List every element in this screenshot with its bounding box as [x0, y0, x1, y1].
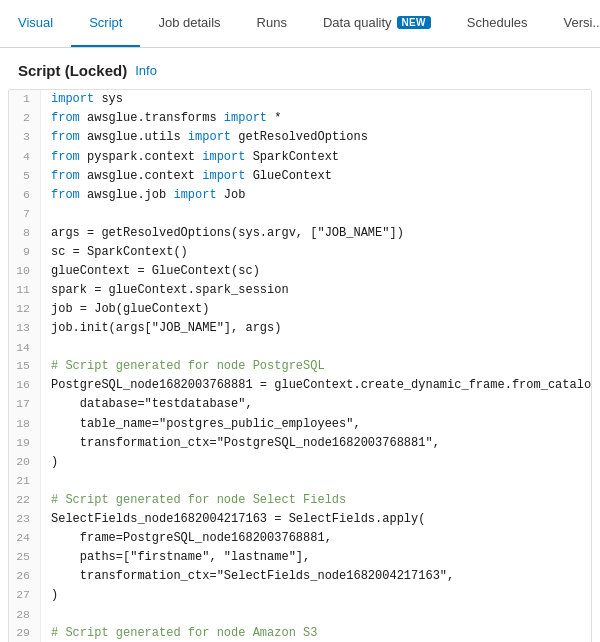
line-content: job.init(args["JOB_NAME"], args) — [41, 319, 592, 338]
code-row: 10glueContext = GlueContext(sc) — [9, 262, 592, 281]
code-row: 5from awsglue.context import GlueContext — [9, 167, 592, 186]
code-lines: 1import sys2from awsglue.transforms impo… — [9, 90, 592, 642]
code-row: 29# Script generated for node Amazon S3 — [9, 624, 592, 642]
tab-schedules[interactable]: Schedules — [449, 0, 546, 47]
code-row: 28 — [9, 606, 592, 624]
line-number: 5 — [9, 167, 41, 186]
tab-data-quality[interactable]: Data quality New — [305, 0, 449, 47]
tab-runs-label: Runs — [257, 15, 287, 30]
tab-bar: Visual Script Job details Runs Data qual… — [0, 0, 600, 48]
code-row: 18 table_name="postgres_public_employees… — [9, 415, 592, 434]
line-content: sc = SparkContext() — [41, 243, 592, 262]
tab-job-details-label: Job details — [158, 15, 220, 30]
line-number: 1 — [9, 90, 41, 109]
line-number: 14 — [9, 339, 41, 357]
info-link[interactable]: Info — [135, 63, 157, 78]
code-row: 8args = getResolvedOptions(sys.argv, ["J… — [9, 224, 592, 243]
tab-schedules-label: Schedules — [467, 15, 528, 30]
code-row: 23SelectFields_node1682004217163 = Selec… — [9, 510, 592, 529]
line-number: 18 — [9, 415, 41, 434]
line-content: from awsglue.utils import getResolvedOpt… — [41, 128, 592, 147]
code-row: 25 paths=["firstname", "lastname"], — [9, 548, 592, 567]
tab-data-quality-label: Data quality — [323, 15, 392, 30]
line-number: 29 — [9, 624, 41, 642]
line-number: 25 — [9, 548, 41, 567]
line-content: from pyspark.context import SparkContext — [41, 148, 592, 167]
line-content: # Script generated for node Amazon S3 — [41, 624, 592, 642]
line-number: 6 — [9, 186, 41, 205]
line-number: 12 — [9, 300, 41, 319]
line-content — [41, 205, 592, 223]
line-number: 17 — [9, 395, 41, 414]
code-row: 7 — [9, 205, 592, 223]
code-row: 3from awsglue.utils import getResolvedOp… — [9, 128, 592, 147]
line-content: # Script generated for node Select Field… — [41, 491, 592, 510]
line-number: 26 — [9, 567, 41, 586]
code-row: 1import sys — [9, 90, 592, 109]
line-content: database="testdatabase", — [41, 395, 592, 414]
code-row: 13job.init(args["JOB_NAME"], args) — [9, 319, 592, 338]
line-content: args = getResolvedOptions(sys.argv, ["JO… — [41, 224, 592, 243]
code-row: 14 — [9, 339, 592, 357]
line-content: from awsglue.transforms import * — [41, 109, 592, 128]
line-content: paths=["firstname", "lastname"], — [41, 548, 592, 567]
line-content: frame=PostgreSQL_node1682003768881, — [41, 529, 592, 548]
line-number: 15 — [9, 357, 41, 376]
tab-script-label: Script — [89, 15, 122, 30]
line-content: job = Job(glueContext) — [41, 300, 592, 319]
code-row: 16PostgreSQL_node1682003768881 = glueCon… — [9, 376, 592, 395]
code-row: 27) — [9, 586, 592, 605]
code-row: 21 — [9, 472, 592, 490]
code-row: 4from pyspark.context import SparkContex… — [9, 148, 592, 167]
line-content: PostgreSQL_node1682003768881 = glueConte… — [41, 376, 592, 395]
line-number: 22 — [9, 491, 41, 510]
line-number: 28 — [9, 606, 41, 624]
script-title: Script (Locked) — [18, 62, 127, 79]
line-number: 9 — [9, 243, 41, 262]
line-number: 19 — [9, 434, 41, 453]
line-number: 8 — [9, 224, 41, 243]
tab-version[interactable]: Versi... — [546, 0, 600, 47]
tab-script[interactable]: Script — [71, 0, 140, 47]
code-row: 19 transformation_ctx="PostgreSQL_node16… — [9, 434, 592, 453]
line-number: 24 — [9, 529, 41, 548]
line-number: 7 — [9, 205, 41, 223]
code-row: 17 database="testdatabase", — [9, 395, 592, 414]
line-number: 16 — [9, 376, 41, 395]
line-number: 2 — [9, 109, 41, 128]
script-header: Script (Locked) Info — [0, 48, 600, 89]
code-row: 22# Script generated for node Select Fie… — [9, 491, 592, 510]
line-content: transformation_ctx="SelectFields_node168… — [41, 567, 592, 586]
code-row: 26 transformation_ctx="SelectFields_node… — [9, 567, 592, 586]
line-content: import sys — [41, 90, 592, 109]
line-number: 11 — [9, 281, 41, 300]
code-row: 24 frame=PostgreSQL_node1682003768881, — [9, 529, 592, 548]
code-row: 9sc = SparkContext() — [9, 243, 592, 262]
tab-runs[interactable]: Runs — [239, 0, 305, 47]
line-number: 21 — [9, 472, 41, 490]
tab-visual[interactable]: Visual — [0, 0, 71, 47]
code-row: 6from awsglue.job import Job — [9, 186, 592, 205]
line-content: ) — [41, 453, 592, 472]
code-row: 12job = Job(glueContext) — [9, 300, 592, 319]
line-number: 27 — [9, 586, 41, 605]
tab-version-label: Versi... — [564, 15, 600, 30]
line-content: ) — [41, 586, 592, 605]
tab-job-details[interactable]: Job details — [140, 0, 238, 47]
line-content: spark = glueContext.spark_session — [41, 281, 592, 300]
line-number: 20 — [9, 453, 41, 472]
line-number: 4 — [9, 148, 41, 167]
line-content: SelectFields_node1682004217163 = SelectF… — [41, 510, 592, 529]
line-number: 13 — [9, 319, 41, 338]
code-row: 15# Script generated for node PostgreSQL — [9, 357, 592, 376]
line-number: 23 — [9, 510, 41, 529]
line-content: table_name="postgres_public_employees", — [41, 415, 592, 434]
tab-visual-label: Visual — [18, 15, 53, 30]
code-row: 20) — [9, 453, 592, 472]
line-content: from awsglue.job import Job — [41, 186, 592, 205]
code-row: 11spark = glueContext.spark_session — [9, 281, 592, 300]
line-number: 3 — [9, 128, 41, 147]
line-content: # Script generated for node PostgreSQL — [41, 357, 592, 376]
line-content: glueContext = GlueContext(sc) — [41, 262, 592, 281]
code-editor[interactable]: 1import sys2from awsglue.transforms impo… — [8, 89, 592, 642]
